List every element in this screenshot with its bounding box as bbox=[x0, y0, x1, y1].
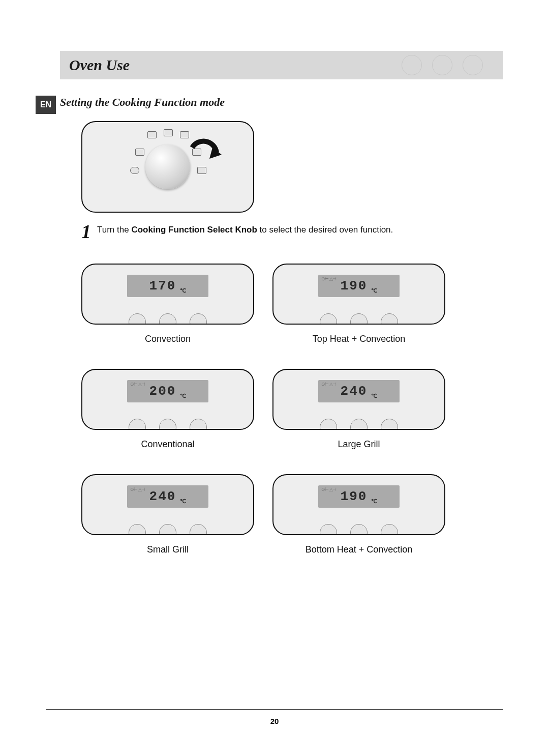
lcd-unit: ℃ bbox=[180, 498, 186, 505]
panel-button bbox=[159, 419, 176, 430]
panel-button bbox=[350, 313, 368, 325]
mode-label: Small Grill bbox=[81, 544, 254, 555]
lcd-value: 240 bbox=[341, 384, 368, 399]
lcd-display: 170℃ bbox=[127, 275, 208, 297]
display-panel: ⊙⊢ △⊣240℃ bbox=[272, 369, 445, 430]
mode-cell: ⊙⊢ △⊣240℃Small Grill bbox=[81, 474, 254, 555]
mode-cell: ⊙⊢ △⊣200℃Conventional bbox=[81, 369, 254, 450]
mode-label: Large Grill bbox=[272, 439, 445, 450]
panel-button bbox=[190, 419, 207, 430]
lcd-display: ⊙⊢ △⊣190℃ bbox=[318, 275, 400, 297]
panel-button bbox=[320, 524, 337, 535]
panel-button bbox=[159, 313, 176, 325]
mode-cell: ⊙⊢ △⊣240℃Large Grill bbox=[272, 369, 445, 450]
function-select-knob bbox=[145, 144, 190, 189]
page-title: Oven Use bbox=[69, 56, 130, 74]
lcd-value: 170 bbox=[149, 278, 176, 294]
panel-button bbox=[320, 419, 337, 430]
lcd-ghost-icons: ⊙⊢ △⊣ bbox=[321, 487, 336, 492]
mode-cell: ⊙⊢ △⊣190℃Bottom Heat + Convection bbox=[272, 474, 445, 555]
lcd-display: ⊙⊢ △⊣190℃ bbox=[318, 485, 400, 508]
lcd-value: 190 bbox=[341, 278, 368, 294]
lcd-unit: ℃ bbox=[371, 498, 377, 505]
mode-label: Top Heat + Convection bbox=[272, 334, 445, 344]
panel-button bbox=[381, 419, 398, 430]
panel-buttons bbox=[129, 524, 207, 535]
step-text: Turn the Cooking Function Select Knob to… bbox=[97, 222, 393, 235]
display-panel: ⊙⊢ △⊣190℃ bbox=[272, 264, 445, 325]
section-subtitle: Setting the Cooking Function mode bbox=[60, 96, 503, 109]
page-number: 20 bbox=[270, 717, 279, 725]
lcd-display: ⊙⊢ △⊣240℃ bbox=[318, 380, 400, 402]
display-panel: ⊙⊢ △⊣200℃ bbox=[81, 369, 254, 430]
lcd-unit: ℃ bbox=[371, 393, 377, 399]
panel-buttons bbox=[320, 419, 398, 430]
panel-button bbox=[129, 524, 146, 535]
panel-buttons bbox=[320, 313, 398, 325]
title-bar: Oven Use bbox=[60, 51, 503, 79]
rotate-arrow-icon bbox=[187, 132, 223, 168]
mode-cell: ⊙⊢ △⊣190℃Top Heat + Convection bbox=[272, 264, 445, 344]
decorative-art bbox=[402, 51, 483, 79]
mode-label: Bottom Heat + Convection bbox=[272, 544, 445, 555]
knob-panel-illustration bbox=[81, 121, 254, 213]
panel-button bbox=[381, 313, 398, 325]
display-panel: ⊙⊢ △⊣240℃ bbox=[81, 474, 254, 535]
step-1: 1 Turn the Cooking Function Select Knob … bbox=[81, 222, 503, 241]
lcd-ghost-icons: ⊙⊢ △⊣ bbox=[321, 382, 336, 387]
panel-buttons bbox=[129, 419, 207, 430]
language-badge: EN bbox=[36, 96, 56, 114]
lcd-value: 240 bbox=[149, 489, 176, 504]
mode-label: Conventional bbox=[81, 439, 254, 450]
step-number: 1 bbox=[81, 222, 91, 241]
panel-button bbox=[129, 419, 146, 430]
panel-button bbox=[320, 313, 337, 325]
panel-button bbox=[190, 313, 207, 325]
mode-grid: 170℃Convection⊙⊢ △⊣190℃Top Heat + Convec… bbox=[81, 264, 503, 555]
lcd-value: 200 bbox=[149, 384, 176, 399]
display-panel: 170℃ bbox=[81, 264, 254, 325]
lcd-unit: ℃ bbox=[180, 393, 186, 399]
display-panel: ⊙⊢ △⊣190℃ bbox=[272, 474, 445, 535]
page-footer: 20 bbox=[46, 709, 503, 725]
panel-buttons bbox=[320, 524, 398, 535]
lcd-ghost-icons: ⊙⊢ △⊣ bbox=[130, 487, 145, 492]
lcd-ghost-icons: ⊙⊢ △⊣ bbox=[321, 277, 336, 282]
panel-button bbox=[350, 419, 368, 430]
lcd-unit: ℃ bbox=[371, 287, 377, 294]
panel-button bbox=[190, 524, 207, 535]
panel-button bbox=[159, 524, 176, 535]
lcd-ghost-icons: ⊙⊢ △⊣ bbox=[130, 382, 145, 387]
lcd-display: ⊙⊢ △⊣240℃ bbox=[127, 485, 208, 508]
panel-button bbox=[381, 524, 398, 535]
mode-cell: 170℃Convection bbox=[81, 264, 254, 344]
lcd-value: 190 bbox=[341, 489, 368, 504]
lcd-unit: ℃ bbox=[180, 287, 186, 294]
panel-button bbox=[350, 524, 368, 535]
panel-buttons bbox=[129, 313, 207, 325]
lcd-display: ⊙⊢ △⊣200℃ bbox=[127, 380, 208, 402]
panel-button bbox=[129, 313, 146, 325]
mode-label: Convection bbox=[81, 334, 254, 344]
